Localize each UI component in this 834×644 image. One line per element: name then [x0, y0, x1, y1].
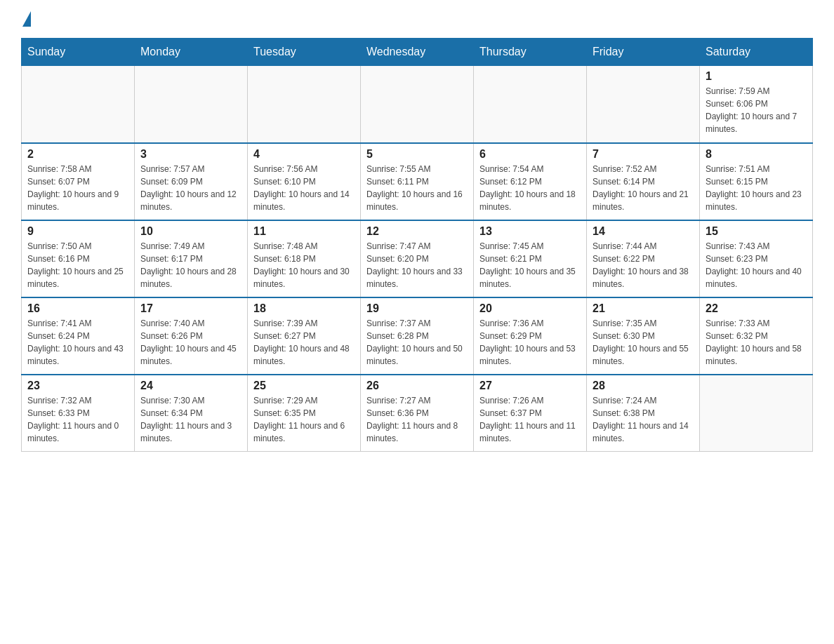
day-info: Sunrise: 7:36 AMSunset: 6:29 PMDaylight:…: [479, 317, 581, 368]
calendar-cell: 14Sunrise: 7:44 AMSunset: 6:22 PMDayligh…: [587, 220, 700, 297]
day-info: Sunrise: 7:32 AMSunset: 6:33 PMDaylight:…: [27, 394, 128, 445]
day-number: 11: [253, 225, 355, 238]
day-number: 8: [706, 148, 807, 161]
calendar-cell: 26Sunrise: 7:27 AMSunset: 6:36 PMDayligh…: [361, 375, 474, 452]
day-number: 4: [253, 148, 355, 161]
day-number: 25: [253, 380, 355, 392]
calendar-cell: 2Sunrise: 7:58 AMSunset: 6:07 PMDaylight…: [22, 143, 135, 220]
day-number: 10: [140, 225, 241, 238]
calendar-cell: 25Sunrise: 7:29 AMSunset: 6:35 PMDayligh…: [248, 375, 361, 452]
day-number: 28: [593, 380, 694, 392]
calendar-cell: [135, 66, 248, 143]
day-info: Sunrise: 7:58 AMSunset: 6:07 PMDaylight:…: [27, 163, 128, 213]
calendar-cell: 13Sunrise: 7:45 AMSunset: 6:21 PMDayligh…: [474, 220, 587, 297]
weekday-header-wednesday: Wednesday: [361, 39, 474, 66]
day-info: Sunrise: 7:57 AMSunset: 6:09 PMDaylight:…: [140, 163, 241, 213]
calendar-cell: 21Sunrise: 7:35 AMSunset: 6:30 PMDayligh…: [587, 297, 700, 375]
day-number: 6: [479, 148, 581, 161]
day-info: Sunrise: 7:48 AMSunset: 6:18 PMDaylight:…: [253, 240, 355, 290]
calendar-cell: [587, 66, 700, 143]
day-number: 16: [27, 302, 128, 315]
week-row-4: 16Sunrise: 7:41 AMSunset: 6:24 PMDayligh…: [22, 297, 813, 375]
day-info: Sunrise: 7:54 AMSunset: 6:12 PMDaylight:…: [479, 163, 581, 213]
calendar-cell: 23Sunrise: 7:32 AMSunset: 6:33 PMDayligh…: [22, 375, 135, 452]
day-number: 24: [140, 380, 241, 392]
day-info: Sunrise: 7:30 AMSunset: 6:34 PMDaylight:…: [140, 394, 241, 445]
calendar-cell: 28Sunrise: 7:24 AMSunset: 6:38 PMDayligh…: [587, 375, 700, 452]
day-number: 9: [27, 225, 128, 238]
day-number: 2: [27, 148, 128, 161]
day-info: Sunrise: 7:29 AMSunset: 6:35 PMDaylight:…: [253, 394, 355, 445]
day-number: 14: [593, 225, 694, 238]
calendar-cell: [248, 66, 361, 143]
day-number: 26: [366, 380, 468, 392]
day-number: 27: [479, 380, 581, 392]
calendar-cell: 15Sunrise: 7:43 AMSunset: 6:23 PMDayligh…: [700, 220, 813, 297]
weekday-header-tuesday: Tuesday: [248, 39, 361, 66]
calendar-cell: 11Sunrise: 7:48 AMSunset: 6:18 PMDayligh…: [248, 220, 361, 297]
calendar-cell: 9Sunrise: 7:50 AMSunset: 6:16 PMDaylight…: [22, 220, 135, 297]
day-number: 5: [366, 148, 468, 161]
calendar-cell: 7Sunrise: 7:52 AMSunset: 6:14 PMDaylight…: [587, 143, 700, 220]
day-number: 3: [140, 148, 241, 161]
calendar-cell: 5Sunrise: 7:55 AMSunset: 6:11 PMDaylight…: [361, 143, 474, 220]
week-row-2: 2Sunrise: 7:58 AMSunset: 6:07 PMDaylight…: [22, 143, 813, 220]
weekday-header-saturday: Saturday: [700, 39, 813, 66]
day-number: 12: [366, 225, 468, 238]
day-info: Sunrise: 7:41 AMSunset: 6:24 PMDaylight:…: [27, 317, 128, 368]
day-number: 21: [593, 302, 694, 315]
calendar-cell: 17Sunrise: 7:40 AMSunset: 6:26 PMDayligh…: [135, 297, 248, 375]
day-number: 18: [253, 302, 355, 315]
logo: [21, 14, 31, 24]
day-number: 1: [706, 70, 807, 83]
day-number: 23: [27, 380, 128, 392]
page-header: [21, 14, 813, 24]
day-info: Sunrise: 7:39 AMSunset: 6:27 PMDaylight:…: [253, 317, 355, 368]
day-number: 19: [366, 302, 468, 315]
calendar-cell: [474, 66, 587, 143]
day-number: 20: [479, 302, 581, 315]
day-number: 22: [706, 302, 807, 315]
calendar-cell: 3Sunrise: 7:57 AMSunset: 6:09 PMDaylight…: [135, 143, 248, 220]
day-info: Sunrise: 7:50 AMSunset: 6:16 PMDaylight:…: [27, 240, 128, 290]
week-row-1: 1Sunrise: 7:59 AMSunset: 6:06 PMDaylight…: [22, 66, 813, 143]
weekday-header-monday: Monday: [135, 39, 248, 66]
day-info: Sunrise: 7:24 AMSunset: 6:38 PMDaylight:…: [593, 394, 694, 445]
calendar-cell: 16Sunrise: 7:41 AMSunset: 6:24 PMDayligh…: [22, 297, 135, 375]
calendar-cell: 24Sunrise: 7:30 AMSunset: 6:34 PMDayligh…: [135, 375, 248, 452]
day-info: Sunrise: 7:55 AMSunset: 6:11 PMDaylight:…: [366, 163, 468, 213]
week-row-5: 23Sunrise: 7:32 AMSunset: 6:33 PMDayligh…: [22, 375, 813, 452]
day-info: Sunrise: 7:45 AMSunset: 6:21 PMDaylight:…: [479, 240, 581, 290]
calendar-cell: 10Sunrise: 7:49 AMSunset: 6:17 PMDayligh…: [135, 220, 248, 297]
calendar-cell: 18Sunrise: 7:39 AMSunset: 6:27 PMDayligh…: [248, 297, 361, 375]
day-info: Sunrise: 7:44 AMSunset: 6:22 PMDaylight:…: [593, 240, 694, 290]
calendar-cell: 6Sunrise: 7:54 AMSunset: 6:12 PMDaylight…: [474, 143, 587, 220]
week-row-3: 9Sunrise: 7:50 AMSunset: 6:16 PMDaylight…: [22, 220, 813, 297]
calendar-cell: [700, 375, 813, 452]
day-info: Sunrise: 7:26 AMSunset: 6:37 PMDaylight:…: [479, 394, 581, 445]
calendar-cell: [361, 66, 474, 143]
day-info: Sunrise: 7:59 AMSunset: 6:06 PMDaylight:…: [706, 85, 807, 135]
calendar-cell: 27Sunrise: 7:26 AMSunset: 6:37 PMDayligh…: [474, 375, 587, 452]
day-number: 15: [706, 225, 807, 238]
weekday-header-thursday: Thursday: [474, 39, 587, 66]
day-info: Sunrise: 7:56 AMSunset: 6:10 PMDaylight:…: [253, 163, 355, 213]
day-info: Sunrise: 7:47 AMSunset: 6:20 PMDaylight:…: [366, 240, 468, 290]
calendar-cell: 19Sunrise: 7:37 AMSunset: 6:28 PMDayligh…: [361, 297, 474, 375]
calendar-cell: 1Sunrise: 7:59 AMSunset: 6:06 PMDaylight…: [700, 66, 813, 143]
calendar-cell: 4Sunrise: 7:56 AMSunset: 6:10 PMDaylight…: [248, 143, 361, 220]
calendar-cell: 8Sunrise: 7:51 AMSunset: 6:15 PMDaylight…: [700, 143, 813, 220]
calendar-cell: 20Sunrise: 7:36 AMSunset: 6:29 PMDayligh…: [474, 297, 587, 375]
weekday-header-friday: Friday: [587, 39, 700, 66]
day-info: Sunrise: 7:49 AMSunset: 6:17 PMDaylight:…: [140, 240, 241, 290]
calendar-cell: 12Sunrise: 7:47 AMSunset: 6:20 PMDayligh…: [361, 220, 474, 297]
day-info: Sunrise: 7:35 AMSunset: 6:30 PMDaylight:…: [593, 317, 694, 368]
day-info: Sunrise: 7:40 AMSunset: 6:26 PMDaylight:…: [140, 317, 241, 368]
day-info: Sunrise: 7:52 AMSunset: 6:14 PMDaylight:…: [593, 163, 694, 213]
day-number: 17: [140, 302, 241, 315]
day-info: Sunrise: 7:43 AMSunset: 6:23 PMDaylight:…: [706, 240, 807, 290]
calendar-table: SundayMondayTuesdayWednesdayThursdayFrid…: [21, 38, 813, 452]
day-info: Sunrise: 7:27 AMSunset: 6:36 PMDaylight:…: [366, 394, 468, 445]
day-number: 13: [479, 225, 581, 238]
logo-triangle-icon: [22, 11, 31, 27]
